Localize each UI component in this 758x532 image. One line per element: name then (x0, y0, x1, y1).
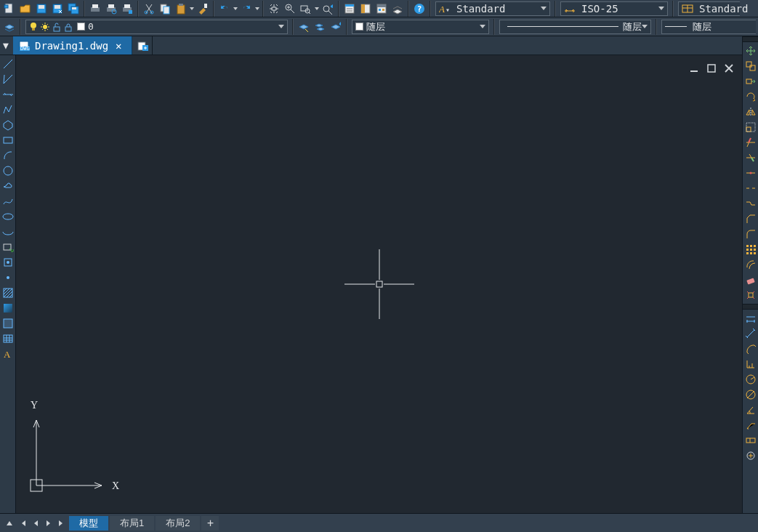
extend-tool-icon[interactable] (744, 151, 757, 164)
erase-tool-icon[interactable] (744, 273, 757, 286)
minimize-button[interactable] (688, 63, 700, 74)
redo-dropdown[interactable] (254, 1, 260, 16)
arc-dim-icon[interactable] (744, 342, 757, 355)
region-tool[interactable] (1, 317, 15, 330)
tabs-last-button[interactable] (55, 516, 68, 531)
close-button[interactable] (723, 63, 735, 74)
hatch-tool[interactable] (1, 286, 15, 299)
qleader-icon[interactable] (744, 419, 757, 432)
join-tool-icon[interactable] (744, 197, 757, 210)
rectangle-tool[interactable] (1, 134, 15, 147)
explode-tool-icon[interactable] (744, 289, 757, 302)
plot-icon[interactable] (120, 1, 134, 16)
table-style-combo[interactable]: Standard (678, 1, 740, 16)
copy-tool-icon[interactable] (744, 60, 757, 73)
aligned-dim-icon[interactable] (744, 327, 757, 340)
tabs-menu-button[interactable] (3, 516, 16, 531)
make-block-tool[interactable] (1, 256, 15, 269)
layer-combo[interactable]: 0 (25, 20, 288, 34)
text-style-combo[interactable]: A▾ Standard (435, 1, 550, 16)
diameter-dim-icon[interactable] (744, 388, 757, 401)
point-tool[interactable] (1, 271, 15, 284)
drawing-canvas[interactable]: Y X (16, 55, 742, 513)
rotate-tool-icon[interactable] (744, 90, 757, 103)
linetype-combo[interactable]: 随层 (499, 20, 651, 34)
color-combo[interactable]: 随层 (352, 20, 489, 34)
layer-previous2-icon[interactable] (328, 20, 343, 34)
tabs-prev-button[interactable] (29, 516, 42, 531)
close-tab-button[interactable]: ✕ (113, 40, 124, 52)
layout1-tab[interactable]: 布局1 (110, 516, 154, 531)
move-tool-icon[interactable] (744, 44, 757, 57)
circle-tool[interactable] (1, 164, 15, 177)
paste-dropdown[interactable] (189, 1, 195, 16)
trim-tool-icon[interactable] (744, 136, 757, 149)
matchprop-icon[interactable] (195, 1, 210, 16)
angular-dim-icon[interactable] (744, 403, 757, 416)
new-tab-button[interactable] (132, 36, 153, 55)
zoom-prev-icon[interactable] (320, 1, 335, 16)
scale-tool-icon[interactable] (744, 121, 757, 134)
saveas-icon[interactable] (50, 1, 65, 16)
polygon-tool[interactable] (1, 118, 15, 132)
make-current-icon[interactable] (297, 20, 311, 34)
center-mark-icon[interactable] (744, 449, 757, 462)
ray-tool[interactable] (1, 73, 15, 86)
maximize-button[interactable] (706, 63, 717, 74)
saveall-icon[interactable] (66, 1, 81, 16)
undo-icon[interactable] (217, 1, 232, 16)
linear-dim-icon[interactable] (744, 312, 757, 325)
ellipse-tool[interactable] (1, 210, 15, 223)
toolpalettes-icon[interactable] (374, 1, 389, 16)
designcenter-icon[interactable] (358, 1, 373, 16)
print-icon[interactable] (88, 1, 102, 16)
break-at-point-icon[interactable] (744, 166, 757, 180)
help-icon[interactable]: ? (412, 1, 427, 16)
undo-dropdown[interactable] (233, 1, 238, 16)
revcloud-tool[interactable] (1, 180, 15, 193)
tabs-first-button[interactable] (16, 516, 29, 531)
tolerance-dim-icon[interactable] (744, 434, 757, 447)
mtext-tool[interactable]: A (1, 347, 15, 360)
model-tab[interactable]: 模型 (69, 516, 108, 531)
polyline-tool[interactable] (1, 103, 15, 116)
spline-tool[interactable] (1, 195, 15, 208)
paste-icon[interactable] (174, 1, 188, 16)
redo-icon[interactable] (239, 1, 254, 16)
gradient-tool[interactable] (1, 302, 15, 315)
offset-tool-icon[interactable] (744, 258, 757, 271)
tabbar-handle-icon[interactable]: ▼ (1, 39, 10, 51)
add-layout-button[interactable]: + (201, 516, 219, 531)
radius-dim-icon[interactable] (744, 373, 757, 386)
print-preview-icon[interactable] (104, 1, 118, 16)
dim-style-combo[interactable]: ISO-25 (560, 1, 668, 16)
tabs-next-button[interactable] (42, 516, 55, 531)
document-tab[interactable]: DWG Drawing1.dwg ✕ (13, 36, 132, 55)
open-icon[interactable] (18, 1, 33, 16)
arc-tool[interactable] (1, 149, 15, 162)
cut-icon[interactable] (142, 1, 156, 16)
zoom-realtime-icon[interactable] (283, 1, 297, 16)
xline-tool[interactable] (1, 88, 15, 101)
lineweight-combo[interactable]: 随层 (661, 20, 756, 34)
new-icon[interactable] (2, 1, 17, 16)
ordinate-dim-icon[interactable] (744, 358, 757, 371)
insert-block-tool[interactable] (1, 241, 15, 254)
table-tool[interactable] (1, 332, 15, 345)
layout2-tab[interactable]: 布局2 (156, 516, 200, 531)
pan-icon[interactable] (267, 1, 281, 16)
zoom-window-icon[interactable] (299, 1, 313, 16)
break-tool-icon[interactable] (744, 182, 757, 195)
copy-icon[interactable] (158, 1, 172, 16)
chamfer-tool-icon[interactable] (744, 212, 757, 225)
save-icon[interactable] (34, 1, 49, 16)
ellipse-arc-tool[interactable] (1, 225, 15, 238)
sheetset-icon[interactable] (390, 1, 405, 16)
line-tool[interactable] (1, 57, 15, 70)
fillet-tool-icon[interactable] (744, 227, 757, 241)
stretch-tool-icon[interactable] (744, 75, 757, 88)
array-tool-icon[interactable] (744, 243, 757, 256)
mirror-tool-icon[interactable] (744, 105, 757, 118)
isolate-layer-icon[interactable] (2, 20, 17, 34)
layer-match-icon[interactable] (313, 20, 327, 34)
